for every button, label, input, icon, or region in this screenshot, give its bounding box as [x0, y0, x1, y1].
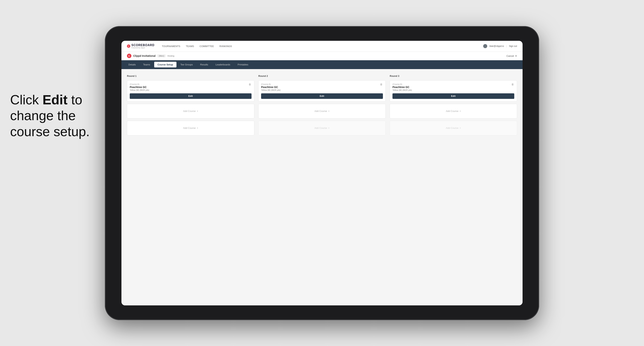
round-3-course-card: 🗑 (Course A) Peachtree GC Yellow (M) (66…	[390, 80, 517, 102]
cancel-button[interactable]: Cancel ✕	[506, 55, 517, 57]
nav-tournaments[interactable]: TOURNAMENTS	[162, 45, 180, 48]
nav-rankings[interactable]: RANKINGS	[220, 45, 232, 48]
round-1-course-type: (Course A)	[130, 83, 252, 85]
tablet-screen: C SCOREBOARD Powered by clippd TOURNAMEN…	[122, 41, 522, 305]
annotation-bold: Edit	[42, 92, 68, 107]
tournament-gender-badge: (Men)	[157, 54, 166, 57]
nav-teams[interactable]: TEAMS	[186, 45, 194, 48]
round-3-delete-icon[interactable]: 🗑	[510, 82, 515, 86]
round-3-label: Round 3	[390, 75, 517, 77]
brand-logo-area: C SCOREBOARD Powered by clippd	[127, 43, 154, 49]
tournament-title-area: C Clippd Invitational (Men) Hosting	[127, 54, 174, 58]
cancel-icon: ✕	[515, 55, 517, 57]
round-2-add-label-1: Add Course	[314, 110, 327, 112]
round-1-course-card: 🗑 (Course A) Peachtree GC Yellow (M) (66…	[127, 80, 254, 102]
round-3-edit-button[interactable]: Edit	[392, 93, 514, 99]
brand-subtitle: Powered by clippd	[132, 47, 154, 49]
round-3-course-info: Yellow (M) (6629 yds)	[392, 89, 514, 91]
round-3-add-course-1[interactable]: Add Course +	[390, 104, 517, 119]
tournament-logo-icon: C	[127, 54, 132, 58]
round-2-add-plus-2: +	[328, 127, 330, 129]
tab-details[interactable]: Details	[125, 62, 139, 67]
round-2-add-course-2: Add Course +	[258, 121, 386, 135]
round-2-course-name: Peachtree GC	[261, 86, 383, 89]
tabs-navigation: Details Teams Course Setup Tee Groups Re…	[122, 60, 522, 69]
pipe-separator: |	[506, 45, 507, 47]
user-avatar	[483, 44, 487, 48]
tab-results[interactable]: Results	[197, 62, 212, 67]
tablet-device: C SCOREBOARD Powered by clippd TOURNAMEN…	[105, 26, 539, 320]
rounds-grid: Round 1 🗑 (Course A) Peachtree GC Yellow…	[127, 75, 517, 135]
user-email: blair@clippd.io	[490, 45, 504, 47]
round-1-delete-icon[interactable]: 🗑	[248, 82, 252, 86]
tab-tee-groups[interactable]: Tee Groups	[177, 62, 196, 67]
nav-committee[interactable]: COMMITTEE	[200, 45, 214, 48]
tab-course-setup[interactable]: Course Setup	[154, 62, 176, 67]
tournament-sub-header: C Clippd Invitational (Men) Hosting Canc…	[122, 52, 522, 60]
tab-leaderboards[interactable]: Leaderboards	[212, 62, 234, 67]
round-2-course-card: 🗑 (Course A) Peachtree GC Yellow (M) (66…	[258, 80, 386, 102]
round-2-column: Round 2 🗑 (Course A) Peachtree GC Yellow…	[258, 75, 386, 135]
round-3-course-name: Peachtree GC	[392, 86, 514, 89]
round-1-add-course-2[interactable]: Add Course +	[127, 121, 254, 135]
round-1-course-name: Peachtree GC	[130, 86, 252, 89]
round-2-add-label-2: Add Course	[314, 127, 327, 129]
round-3-add-plus-2: +	[460, 127, 461, 129]
round-2-add-plus-1: +	[328, 110, 330, 112]
round-3-add-label-2: Add Course	[446, 127, 458, 129]
round-3-add-course-2: Add Course +	[390, 121, 517, 135]
round-1-column: Round 1 🗑 (Course A) Peachtree GC Yellow…	[127, 75, 254, 135]
hosting-badge: Hosting	[168, 55, 174, 57]
round-2-course-type: (Course A)	[261, 83, 383, 85]
main-content: Round 1 🗑 (Course A) Peachtree GC Yellow…	[122, 69, 522, 305]
round-3-add-label-1: Add Course	[446, 110, 458, 112]
add-course-2-label: Add Course	[183, 127, 196, 129]
tab-printables[interactable]: Printables	[234, 62, 252, 67]
round-3-add-plus-1: +	[460, 110, 461, 112]
brand-name: SCOREBOARD	[132, 43, 154, 47]
add-course-1-label: Add Course	[183, 110, 196, 112]
round-3-column: Round 3 🗑 (Course A) Peachtree GC Yellow…	[390, 75, 517, 135]
nav-links: TOURNAMENTS TEAMS COMMITTEE RANKINGS	[162, 45, 483, 48]
sign-out-button[interactable]: Sign out	[509, 45, 517, 47]
round-2-edit-button[interactable]: Edit	[261, 93, 383, 99]
round-2-delete-icon[interactable]: 🗑	[379, 82, 383, 86]
add-course-1-plus: +	[197, 110, 198, 112]
annotation-text: Click Edit to change the course setup.	[10, 92, 90, 140]
brand-logo-icon: C	[127, 44, 130, 48]
round-1-edit-button[interactable]: Edit	[130, 93, 252, 99]
nav-user-area: blair@clippd.io | Sign out	[483, 44, 517, 48]
round-1-add-course-1[interactable]: Add Course +	[127, 104, 254, 119]
tournament-name: Clippd Invitational	[133, 54, 156, 57]
round-2-label: Round 2	[258, 75, 386, 77]
round-2-add-course-1[interactable]: Add Course +	[258, 104, 386, 119]
add-course-2-plus: +	[197, 127, 198, 129]
round-1-course-info: Yellow (M) (6629 yds)	[130, 89, 252, 91]
tab-teams[interactable]: Teams	[140, 62, 154, 67]
top-navigation: C SCOREBOARD Powered by clippd TOURNAMEN…	[122, 41, 522, 52]
round-2-course-info: Yellow (M) (6629 yds)	[261, 89, 383, 91]
round-1-label: Round 1	[127, 75, 254, 77]
round-3-course-type: (Course A)	[392, 83, 514, 85]
